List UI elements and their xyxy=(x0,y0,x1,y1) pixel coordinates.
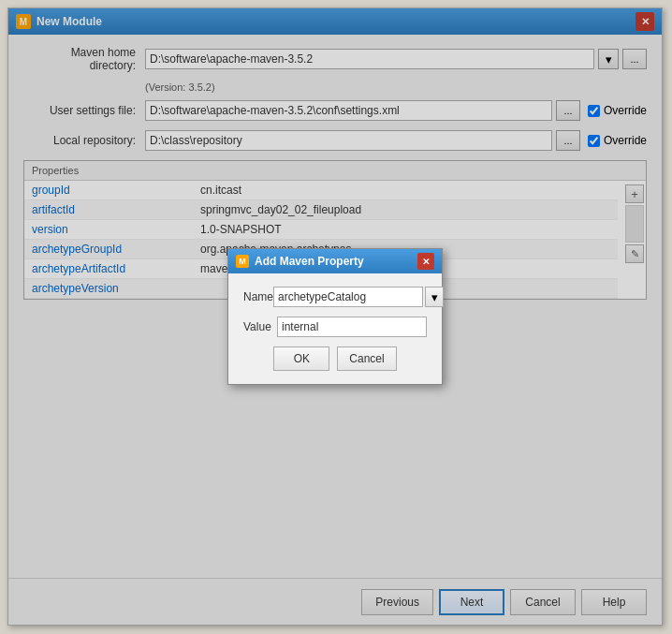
modal-close-btn[interactable]: ✕ xyxy=(417,253,434,270)
modal-value-input-wrap xyxy=(277,317,427,337)
modal-name-dropdown-btn[interactable]: ▾ xyxy=(425,287,444,307)
modal-ok-btn[interactable]: OK xyxy=(273,346,329,371)
main-window: M New Module ✕ Maven home directory: ▾ .… xyxy=(7,7,663,626)
add-maven-property-modal: M Add Maven Property ✕ Name ▾ Value xyxy=(227,248,443,385)
modal-value-row: Value xyxy=(243,317,427,337)
modal-title: Add Maven Property xyxy=(255,255,364,268)
modal-name-input[interactable] xyxy=(273,287,423,307)
modal-value-input[interactable] xyxy=(277,317,427,337)
modal-value-label: Value xyxy=(243,320,277,333)
modal-body: Name ▾ Value OK Cancel xyxy=(228,273,442,384)
modal-overlay: M Add Maven Property ✕ Name ▾ Value xyxy=(8,8,662,625)
modal-name-row: Name ▾ xyxy=(243,287,427,307)
modal-name-label: Name xyxy=(243,290,273,303)
modal-buttons: OK Cancel xyxy=(243,346,427,371)
modal-icon: M xyxy=(236,255,249,268)
modal-title-bar: M Add Maven Property ✕ xyxy=(228,249,442,273)
modal-name-input-wrap: ▾ xyxy=(273,287,444,307)
modal-cancel-btn[interactable]: Cancel xyxy=(337,346,396,371)
